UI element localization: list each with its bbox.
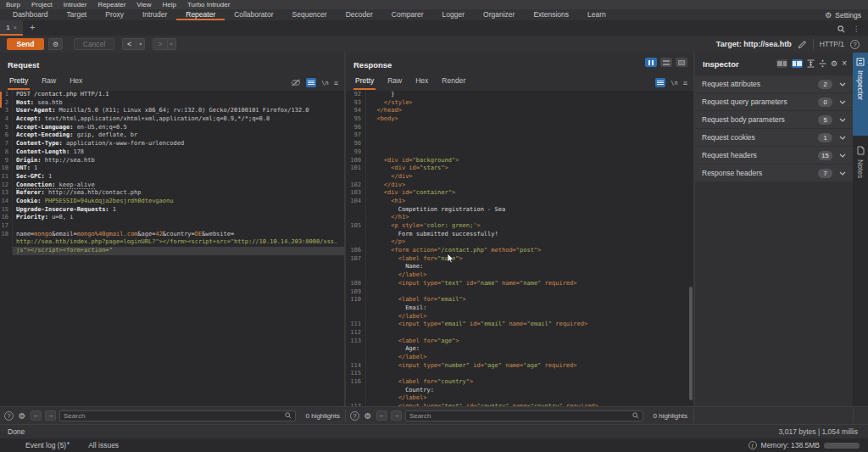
response-tab-hex[interactable]: Hex bbox=[414, 76, 430, 90]
code-line[interactable]: Competition registration - Sea bbox=[346, 206, 693, 215]
word-wrap-icon[interactable] bbox=[655, 78, 665, 87]
expand-all-icon[interactable] bbox=[807, 59, 815, 68]
settings-button[interactable]: ⚙ Settings bbox=[825, 9, 868, 20]
chevron-down-icon[interactable] bbox=[839, 82, 846, 86]
close-icon[interactable]: × bbox=[14, 25, 17, 31]
tab-decoder[interactable]: Decoder bbox=[337, 9, 382, 20]
code-line[interactable]: 108 <input type="text" id="name" name="n… bbox=[346, 280, 693, 288]
newline-chars-icon[interactable]: \n bbox=[670, 80, 677, 86]
code-line[interactable]: Form submitted successfully! bbox=[346, 231, 693, 239]
code-line[interactable]: </label> bbox=[346, 313, 693, 321]
menu-intruder[interactable]: Intruder bbox=[64, 1, 87, 8]
layout-single-button[interactable] bbox=[676, 58, 687, 67]
code-line[interactable]: Age: bbox=[346, 345, 693, 354]
code-line[interactable]: </h1> bbox=[346, 214, 693, 222]
chevron-down-icon[interactable] bbox=[839, 171, 846, 176]
code-line[interactable]: 99 bbox=[346, 148, 693, 157]
request-tab-hex[interactable]: Hex bbox=[68, 76, 84, 90]
search-next-button[interactable]: → bbox=[391, 410, 402, 421]
code-line[interactable]: 112 bbox=[346, 329, 693, 338]
code-line[interactable]: 7Content-Type: application/x-www-form-ur… bbox=[0, 140, 344, 148]
search-settings-icon[interactable]: ⚙ bbox=[17, 411, 27, 421]
code-line[interactable]: 1POST /contact.php HTTP/1.1 bbox=[0, 91, 344, 99]
word-wrap-icon[interactable] bbox=[306, 78, 316, 87]
code-line[interactable]: 101 <div id="stars"> bbox=[346, 165, 693, 173]
response-tab-render[interactable]: Render bbox=[440, 76, 467, 90]
editor-menu-icon[interactable]: ≡ bbox=[334, 79, 338, 87]
inspector-settings-icon[interactable]: ⚙ bbox=[831, 59, 837, 68]
hide-nonprinting-icon[interactable] bbox=[291, 79, 301, 86]
code-line[interactable]: 102 </div> bbox=[346, 181, 693, 190]
code-line[interactable]: 14Cookie: PHPSESSID=94ukdqja2besjrdh0dte… bbox=[0, 198, 344, 206]
inspector-section-request-headers[interactable]: Request headers15 bbox=[695, 147, 853, 164]
code-line[interactable]: 100 <div id="background"> bbox=[346, 157, 693, 165]
chevron-down-icon[interactable] bbox=[839, 100, 846, 104]
inspector-section-request-body-parameters[interactable]: Request body parameters5 bbox=[695, 111, 853, 128]
code-line[interactable]: 6Accept-Encoding: gzip, deflate, br bbox=[0, 131, 344, 140]
editor-menu-icon[interactable]: ≡ bbox=[683, 79, 687, 87]
code-line[interactable]: 12Connection: keep-alive bbox=[0, 181, 344, 190]
code-line[interactable]: 116 <label for="country"> bbox=[346, 378, 693, 387]
code-line[interactable]: 3User-Agent: Mozilla/5.0 (X11; Linux x86… bbox=[0, 107, 344, 115]
code-line[interactable]: 111 <input type="email" id="email" name=… bbox=[346, 321, 693, 329]
chevron-down-icon[interactable] bbox=[839, 136, 846, 140]
code-line[interactable]: 96 bbox=[346, 124, 693, 132]
request-editor[interactable]: 1POST /contact.php HTTP/1.12Host: sea.ht… bbox=[0, 91, 344, 406]
code-line[interactable]: 11Sec-GPC: 1 bbox=[0, 173, 344, 181]
menu-turbo-intruder[interactable]: Turbo Intruder bbox=[187, 1, 230, 8]
search-help-icon[interactable]: ? bbox=[4, 411, 14, 421]
code-line[interactable]: http://sea.htb/index.php?page=loginURL?"… bbox=[0, 238, 344, 247]
menu-burp[interactable]: Burp bbox=[6, 1, 20, 8]
code-line[interactable]: 10DNT: 1 bbox=[0, 165, 344, 173]
code-line[interactable]: 93 </style> bbox=[346, 99, 693, 108]
code-line[interactable]: 17 bbox=[0, 222, 344, 231]
search-help-icon[interactable]: ? bbox=[350, 411, 359, 421]
notes-side-tab[interactable]: Notes bbox=[853, 141, 868, 198]
search-icon[interactable] bbox=[837, 25, 845, 33]
tab-dashboard[interactable]: Dashboard bbox=[3, 9, 58, 20]
layout-rows-button[interactable] bbox=[660, 58, 672, 67]
code-line[interactable]: Email: bbox=[346, 304, 693, 313]
code-line[interactable]: 113 <label for="age"> bbox=[346, 338, 693, 346]
tab-extensions[interactable]: Extensions bbox=[524, 9, 578, 20]
code-line[interactable]: </p> bbox=[346, 238, 693, 247]
chevron-down-icon[interactable]: ▾ bbox=[167, 39, 175, 49]
event-log-button[interactable]: Event log (5) bbox=[0, 441, 66, 449]
help-icon[interactable]: ? bbox=[850, 40, 860, 49]
code-line[interactable]: js"></script><form+action=" bbox=[0, 247, 344, 255]
code-line[interactable]: 4Accept: text/html,application/xhtml+xml… bbox=[0, 115, 344, 124]
collapse-all-icon[interactable] bbox=[819, 59, 826, 68]
tab-intruder[interactable]: Intruder bbox=[133, 9, 176, 20]
menu-help[interactable]: Help bbox=[163, 1, 176, 8]
search-next-button[interactable]: → bbox=[45, 410, 56, 421]
code-line[interactable]: 105 <p style='color: green;'> bbox=[346, 222, 693, 231]
code-line[interactable]: </label> bbox=[346, 271, 693, 280]
all-issues-button[interactable]: All issues bbox=[88, 441, 119, 449]
inspector-dock-right-button[interactable] bbox=[792, 59, 803, 68]
code-line[interactable]: 13Referer: http://sea.htb/contact.php bbox=[0, 189, 344, 198]
response-search-input[interactable] bbox=[406, 412, 632, 420]
code-line[interactable]: 106 <form action="/contact.php" method="… bbox=[346, 247, 693, 255]
code-line[interactable]: Name: bbox=[346, 263, 693, 271]
tab-comparer[interactable]: Comparer bbox=[382, 9, 433, 20]
inspector-section-request-query-parameters[interactable]: Request query parameters0 bbox=[695, 93, 853, 110]
code-line[interactable]: 104 <h1> bbox=[346, 198, 693, 206]
code-line[interactable]: 94 </head> bbox=[346, 107, 693, 115]
repeater-tab-1[interactable]: 1 × bbox=[0, 20, 23, 36]
code-line[interactable]: 109 bbox=[346, 288, 693, 297]
send-settings-button[interactable]: ⚙ bbox=[48, 38, 63, 50]
code-line[interactable]: 15Upgrade-Insecure-Requests: 1 bbox=[0, 206, 344, 215]
scrollbar-thumb[interactable] bbox=[689, 287, 693, 400]
search-prev-button[interactable]: ← bbox=[376, 410, 387, 421]
http-version[interactable]: HTTP/1 bbox=[820, 40, 844, 48]
tab-logger[interactable]: Logger bbox=[433, 9, 474, 20]
tab-proxy[interactable]: Proxy bbox=[96, 9, 133, 20]
response-tab-pretty[interactable]: Pretty bbox=[353, 76, 376, 90]
code-line[interactable]: 107 <label for="name"> bbox=[346, 255, 693, 264]
layout-columns-button[interactable] bbox=[645, 58, 657, 67]
code-line[interactable]: 9Origin: http://sea.htb bbox=[0, 157, 344, 165]
tab-sequencer[interactable]: Sequencer bbox=[283, 9, 337, 20]
response-editor[interactable]: 92 }93 </style>94 </head>95 <body>969798… bbox=[346, 91, 693, 406]
menu-view[interactable]: View bbox=[136, 1, 151, 8]
back-button[interactable]: < ▾ bbox=[122, 38, 145, 50]
